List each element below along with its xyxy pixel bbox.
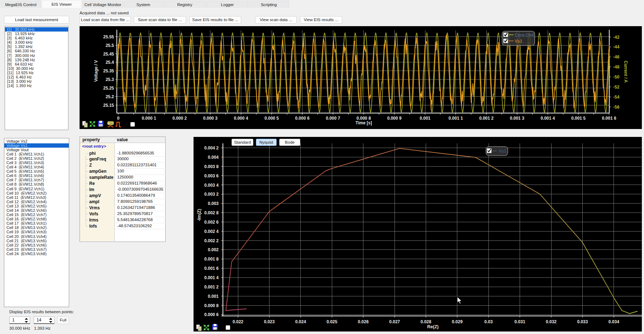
svg-text:25.25: 25.25 (103, 86, 114, 91)
svg-text:0.026: 0.026 (358, 319, 369, 324)
svg-text:0.003: 0.003 (208, 201, 219, 206)
svg-text:0.001 1: 0.001 1 (449, 116, 463, 121)
svg-text:0.002 2: 0.002 2 (204, 238, 219, 243)
svg-text:0.001 8: 0.001 8 (204, 257, 219, 262)
svg-text:0.032: 0.032 (546, 319, 557, 324)
svg-text:0.001 5: 0.001 5 (571, 116, 586, 121)
svg-text:Re(Z): Re(Z) (427, 324, 439, 329)
svg-text:0.000 5: 0.000 5 (264, 116, 279, 121)
svg-text:0.001 6: 0.001 6 (602, 116, 616, 121)
svg-text:0.000 1: 0.000 1 (142, 116, 156, 121)
svg-text:0.000 4: 0.000 4 (234, 116, 248, 121)
svg-text:-Im(Z): -Im(Z) (197, 209, 202, 221)
svg-text:25.3: 25.3 (106, 77, 114, 82)
svg-text:0.000 2: 0.000 2 (172, 116, 187, 121)
svg-text:25.4: 25.4 (106, 60, 114, 65)
svg-text:-44: -44 (613, 44, 620, 49)
svg-text:-42: -42 (613, 35, 620, 40)
svg-text:0.001 4: 0.001 4 (204, 275, 219, 280)
svg-text:0.001 2: 0.001 2 (204, 285, 219, 290)
svg-text:Current / A: Current / A (623, 61, 628, 83)
svg-text:-54: -54 (613, 95, 620, 100)
svg-text:0.027: 0.027 (389, 319, 400, 324)
svg-text:Time [s]: Time [s] (356, 120, 372, 125)
svg-text:0.003 8: 0.003 8 (204, 164, 219, 169)
svg-text:0.000 8: 0.000 8 (204, 303, 219, 308)
svg-text:0.000 3: 0.000 3 (203, 116, 218, 121)
svg-text:Vs1: Vs1 (515, 39, 523, 44)
svg-text:0.028: 0.028 (420, 319, 431, 324)
svg-text:0.000 8: 0.000 8 (357, 116, 371, 121)
svg-text:-48: -48 (613, 65, 620, 70)
svg-text:25.2: 25.2 (106, 94, 114, 99)
svg-text:-50: -50 (613, 75, 620, 80)
svg-text:0.002: 0.002 (208, 247, 219, 252)
svg-text:0.002 8: 0.002 8 (204, 210, 219, 215)
svg-text:25.45: 25.45 (103, 52, 114, 57)
svg-text:0: 0 (117, 116, 120, 121)
svg-text:0.002 4: 0.002 4 (204, 229, 219, 234)
svg-text:0.023: 0.023 (264, 319, 275, 324)
svg-text:0.001: 0.001 (208, 294, 219, 299)
svg-text:0.000 9: 0.000 9 (387, 116, 401, 121)
svg-text:Vs1: Vs1 (498, 149, 506, 154)
svg-text:0.000 6: 0.000 6 (204, 312, 219, 317)
svg-text:25.5: 25.5 (106, 43, 114, 48)
svg-text:-46: -46 (613, 54, 620, 59)
svg-text:25.55: 25.55 (103, 34, 114, 39)
svg-text:0.031: 0.031 (515, 319, 525, 324)
svg-text:0.000 7: 0.000 7 (326, 116, 340, 121)
svg-text:0.029: 0.029 (452, 319, 463, 324)
svg-text:0.001 6: 0.001 6 (204, 266, 219, 271)
svg-text:0.001: 0.001 (420, 116, 430, 121)
svg-text:0.025: 0.025 (326, 319, 337, 324)
svg-text:0.001 4: 0.001 4 (540, 116, 555, 121)
svg-text:0.003 4: 0.003 4 (204, 183, 219, 188)
svg-text:TBM: TBM (108, 122, 113, 124)
svg-text:0.004 2: 0.004 2 (204, 145, 219, 151)
svg-text:0.001 2: 0.001 2 (479, 116, 493, 121)
svg-text:-56: -56 (613, 105, 620, 110)
svg-text:0.034: 0.034 (609, 319, 619, 324)
svg-text:0.022: 0.022 (233, 319, 243, 324)
svg-text:0.003 6: 0.003 6 (204, 173, 219, 178)
svg-text:25.15: 25.15 (103, 103, 114, 108)
svg-text:0.024: 0.024 (295, 319, 306, 324)
svg-text:Voltage / V: Voltage / V (94, 60, 99, 82)
svg-text:0.000 6: 0.000 6 (295, 116, 310, 121)
svg-text:25.35: 25.35 (103, 68, 114, 73)
svg-text:0.001 3: 0.001 3 (510, 116, 524, 121)
svg-text:-52: -52 (613, 85, 620, 90)
svg-text:0.033: 0.033 (577, 319, 588, 324)
svg-text:0.002 6: 0.002 6 (204, 220, 219, 225)
svg-text:0.003 2: 0.003 2 (204, 192, 219, 197)
svg-text:0.03: 0.03 (485, 319, 493, 324)
svg-text:0.004: 0.004 (208, 155, 219, 160)
svg-text:Core.Ch4: Core.Ch4 (515, 33, 534, 38)
